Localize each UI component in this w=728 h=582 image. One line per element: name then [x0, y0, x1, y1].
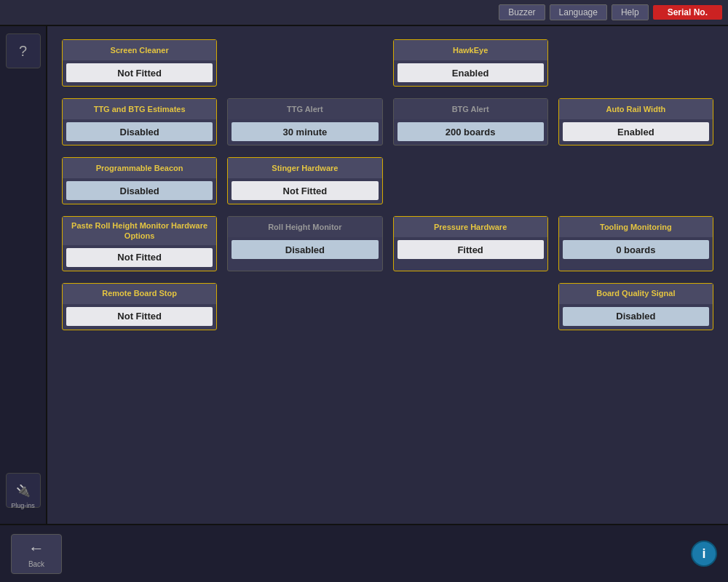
- stinger-hardware-value: Not Fitted: [232, 181, 378, 200]
- bottom-bar: ← Back i: [0, 524, 728, 582]
- pressure-hardware-title: Pressure Hardware: [394, 217, 547, 237]
- btg-alert-card[interactable]: BTG Alert200 boards: [393, 98, 548, 146]
- back-button[interactable]: ← Back: [11, 534, 62, 574]
- hawkeye-title: HawkEye: [394, 40, 547, 60]
- pressure-hardware-value: Fitted: [397, 240, 544, 259]
- btg-alert-value: 200 boards: [397, 122, 544, 141]
- hawkeye-card[interactable]: HawkEyeEnabled: [393, 39, 548, 87]
- screen-cleaner-title: Screen Cleaner: [63, 40, 216, 60]
- paste-roll-title: Paste Roll Height Monitor Hardware Optio…: [63, 217, 216, 245]
- buzzer-button[interactable]: Buzzer: [499, 4, 545, 20]
- btg-alert-title: BTG Alert: [394, 99, 547, 119]
- ttg-alert-value: 30 minute: [232, 122, 378, 141]
- back-icon: ←: [28, 539, 44, 558]
- ttg-alert-title: TTG Alert: [228, 99, 381, 119]
- ttg-btg-value: Disabled: [66, 122, 213, 141]
- paste-roll-value: Not Fitted: [66, 248, 213, 267]
- help-button[interactable]: Help: [612, 4, 649, 20]
- tooling-monitoring-title: Tooling Monitoring: [559, 217, 713, 237]
- content-grid: Screen CleanerNot FittedHawkEyeEnabledTT…: [47, 26, 728, 524]
- programmable-beacon-card[interactable]: Programmable BeaconDisabled: [62, 157, 217, 204]
- auto-rail-width-value: Enabled: [563, 122, 709, 141]
- remote-board-stop-card[interactable]: Remote Board StopNot Fitted: [62, 283, 217, 330]
- auto-rail-width-card[interactable]: Auto Rail WidthEnabled: [558, 98, 713, 146]
- pressure-hardware-card[interactable]: Pressure HardwareFitted: [393, 216, 548, 271]
- programmable-beacon-title: Programmable Beacon: [63, 158, 216, 178]
- back-label: Back: [28, 560, 44, 568]
- top-bar: Buzzer Language Help Serial No.: [0, 0, 728, 26]
- stinger-hardware-card[interactable]: Stinger HardwareNot Fitted: [227, 157, 382, 204]
- roll-height-monitor-card[interactable]: Roll Height MonitorDisabled: [227, 216, 382, 271]
- programmable-beacon-value: Disabled: [66, 181, 213, 200]
- roll-height-monitor-title: Roll Height Monitor: [228, 217, 381, 237]
- roll-height-monitor-value: Disabled: [232, 240, 378, 259]
- serial-number-area: Serial No.: [653, 5, 722, 20]
- ttg-btg-card[interactable]: TTG and BTG EstimatesDisabled: [62, 98, 217, 146]
- remote-board-stop-value: Not Fitted: [66, 307, 213, 326]
- screen-cleaner-value: Not Fitted: [66, 63, 213, 82]
- question-sidebar-icon[interactable]: ?: [6, 33, 41, 68]
- auto-rail-width-title: Auto Rail Width: [559, 99, 713, 119]
- board-quality-signal-title: Board Quality Signal: [559, 284, 713, 304]
- ttg-alert-card[interactable]: TTG Alert30 minute: [227, 98, 382, 146]
- info-button[interactable]: i: [691, 541, 717, 567]
- main-wrapper: ? 🔌 Plug-ins Screen CleanerNot FittedHaw…: [0, 26, 728, 524]
- hawkeye-value: Enabled: [397, 63, 544, 82]
- sidebar: ? 🔌 Plug-ins: [0, 26, 47, 524]
- paste-roll-card[interactable]: Paste Roll Height Monitor Hardware Optio…: [62, 216, 217, 271]
- remote-board-stop-title: Remote Board Stop: [63, 284, 216, 304]
- board-quality-signal-card[interactable]: Board Quality SignalDisabled: [558, 283, 713, 330]
- stinger-hardware-title: Stinger Hardware: [228, 158, 381, 178]
- language-button[interactable]: Language: [550, 4, 607, 20]
- plugs-sidebar-label: Plug-ins: [11, 502, 35, 509]
- tooling-monitoring-card[interactable]: Tooling Monitoring0 boards: [558, 216, 713, 271]
- ttg-btg-title: TTG and BTG Estimates: [63, 99, 216, 119]
- tooling-monitoring-value: 0 boards: [563, 240, 709, 259]
- info-icon: i: [702, 546, 705, 562]
- board-quality-signal-value: Disabled: [563, 307, 709, 326]
- screen-cleaner-card[interactable]: Screen CleanerNot Fitted: [62, 39, 217, 87]
